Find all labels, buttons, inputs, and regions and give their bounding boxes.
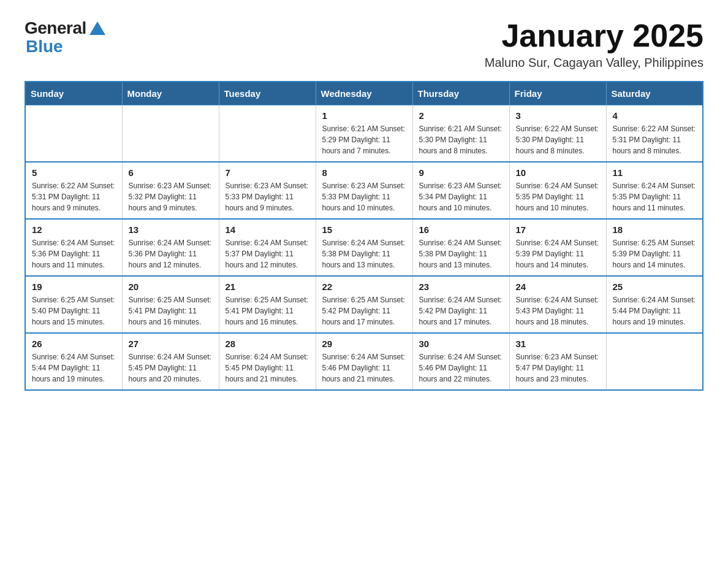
calendar-body: 1Sunrise: 6:21 AM Sunset: 5:29 PM Daylig… [25,105,703,391]
calendar-cell: 31Sunrise: 6:23 AM Sunset: 5:47 PM Dayli… [509,333,606,390]
calendar-week-row: 19Sunrise: 6:25 AM Sunset: 5:40 PM Dayli… [25,276,703,333]
calendar-cell: 25Sunrise: 6:24 AM Sunset: 5:44 PM Dayli… [606,276,703,333]
calendar-week-row: 26Sunrise: 6:24 AM Sunset: 5:44 PM Dayli… [25,333,703,390]
calendar-cell: 18Sunrise: 6:25 AM Sunset: 5:39 PM Dayli… [606,219,703,276]
calendar-cell: 5Sunrise: 6:22 AM Sunset: 5:31 PM Daylig… [25,162,122,219]
day-number: 18 [613,224,697,235]
day-number: 24 [516,282,600,292]
day-info: Sunrise: 6:24 AM Sunset: 5:38 PM Dayligh… [419,237,503,270]
day-info: Sunrise: 6:24 AM Sunset: 5:39 PM Dayligh… [516,237,600,270]
calendar-table: SundayMondayTuesdayWednesdayThursdayFrid… [25,81,703,391]
main-title: January 2025 [485,18,703,53]
day-number: 1 [322,110,406,121]
day-info: Sunrise: 6:23 AM Sunset: 5:33 PM Dayligh… [226,180,309,213]
day-number: 11 [613,167,697,178]
day-info: Sunrise: 6:23 AM Sunset: 5:32 PM Dayligh… [129,180,213,213]
day-info: Sunrise: 6:24 AM Sunset: 5:35 PM Dayligh… [516,180,600,213]
day-number: 22 [322,282,406,292]
calendar-cell: 17Sunrise: 6:24 AM Sunset: 5:39 PM Dayli… [509,219,606,276]
calendar-cell: 13Sunrise: 6:24 AM Sunset: 5:36 PM Dayli… [122,219,219,276]
day-info: Sunrise: 6:24 AM Sunset: 5:37 PM Dayligh… [226,237,309,270]
calendar-cell: 6Sunrise: 6:23 AM Sunset: 5:32 PM Daylig… [122,162,219,219]
logo-blue-text: Blue [26,38,107,55]
calendar-cell: 12Sunrise: 6:24 AM Sunset: 5:36 PM Dayli… [25,219,122,276]
day-number: 3 [516,110,600,121]
day-number: 21 [226,282,309,292]
day-number: 9 [419,167,503,178]
day-of-week-header: Monday [122,82,219,105]
day-number: 16 [419,224,503,235]
logo-triangle-icon [89,21,105,37]
day-of-week-header: Thursday [412,82,509,105]
calendar-week-row: 5Sunrise: 6:22 AM Sunset: 5:31 PM Daylig… [25,162,703,219]
calendar-cell: 28Sunrise: 6:24 AM Sunset: 5:45 PM Dayli… [219,333,316,390]
subtitle: Maluno Sur, Cagayan Valley, Philippines [485,56,703,70]
calendar-cell [122,105,219,163]
logo: General Blue [25,18,107,55]
day-number: 15 [322,224,406,235]
day-number: 12 [32,224,116,235]
calendar-cell: 24Sunrise: 6:24 AM Sunset: 5:43 PM Dayli… [509,276,606,333]
day-info: Sunrise: 6:25 AM Sunset: 5:41 PM Dayligh… [129,294,213,327]
calendar-cell: 23Sunrise: 6:24 AM Sunset: 5:42 PM Dayli… [412,276,509,333]
day-info: Sunrise: 6:24 AM Sunset: 5:46 PM Dayligh… [322,351,406,385]
day-number: 28 [226,339,309,349]
calendar-week-row: 1Sunrise: 6:21 AM Sunset: 5:29 PM Daylig… [25,105,703,163]
calendar-cell: 2Sunrise: 6:21 AM Sunset: 5:30 PM Daylig… [412,105,509,163]
day-number: 23 [419,282,503,292]
day-number: 6 [129,167,213,178]
day-of-week-header: Friday [509,82,606,105]
calendar-cell: 19Sunrise: 6:25 AM Sunset: 5:40 PM Dayli… [25,276,122,333]
calendar-cell: 10Sunrise: 6:24 AM Sunset: 5:35 PM Dayli… [509,162,606,219]
day-info: Sunrise: 6:24 AM Sunset: 5:46 PM Dayligh… [419,351,503,385]
day-number: 20 [129,282,213,292]
calendar-cell: 1Sunrise: 6:21 AM Sunset: 5:29 PM Daylig… [316,105,412,163]
day-info: Sunrise: 6:24 AM Sunset: 5:35 PM Dayligh… [613,180,697,213]
day-number: 13 [129,224,213,235]
day-info: Sunrise: 6:25 AM Sunset: 5:41 PM Dayligh… [226,294,309,327]
title-block: January 2025 Maluno Sur, Cagayan Valley,… [485,18,703,70]
calendar-cell: 4Sunrise: 6:22 AM Sunset: 5:31 PM Daylig… [606,105,703,163]
day-info: Sunrise: 6:24 AM Sunset: 5:42 PM Dayligh… [419,294,503,327]
day-of-week-header: Wednesday [316,82,412,105]
day-number: 14 [226,224,309,235]
header: General Blue January 2025 Maluno Sur, Ca… [25,18,703,70]
day-info: Sunrise: 6:24 AM Sunset: 5:36 PM Dayligh… [32,237,116,270]
calendar-week-row: 12Sunrise: 6:24 AM Sunset: 5:36 PM Dayli… [25,219,703,276]
calendar-cell: 20Sunrise: 6:25 AM Sunset: 5:41 PM Dayli… [122,276,219,333]
calendar-cell: 3Sunrise: 6:22 AM Sunset: 5:30 PM Daylig… [509,105,606,163]
day-number: 29 [322,339,406,349]
calendar-cell: 21Sunrise: 6:25 AM Sunset: 5:41 PM Dayli… [219,276,316,333]
logo-general-text: General [25,18,86,38]
calendar-cell: 27Sunrise: 6:24 AM Sunset: 5:45 PM Dayli… [122,333,219,390]
day-number: 26 [32,339,116,349]
calendar-cell: 7Sunrise: 6:23 AM Sunset: 5:33 PM Daylig… [219,162,316,219]
day-info: Sunrise: 6:24 AM Sunset: 5:44 PM Dayligh… [32,351,116,385]
day-info: Sunrise: 6:22 AM Sunset: 5:31 PM Dayligh… [32,180,116,213]
day-info: Sunrise: 6:24 AM Sunset: 5:44 PM Dayligh… [613,294,697,327]
day-info: Sunrise: 6:21 AM Sunset: 5:29 PM Dayligh… [322,123,406,156]
day-number: 4 [613,110,697,121]
day-of-week-header: Saturday [606,82,703,105]
day-info: Sunrise: 6:22 AM Sunset: 5:30 PM Dayligh… [516,123,600,156]
calendar-header: SundayMondayTuesdayWednesdayThursdayFrid… [25,82,703,105]
day-info: Sunrise: 6:24 AM Sunset: 5:45 PM Dayligh… [226,351,309,385]
day-info: Sunrise: 6:25 AM Sunset: 5:40 PM Dayligh… [32,294,116,327]
calendar-cell: 9Sunrise: 6:23 AM Sunset: 5:34 PM Daylig… [412,162,509,219]
calendar-cell: 11Sunrise: 6:24 AM Sunset: 5:35 PM Dayli… [606,162,703,219]
calendar-cell [606,333,703,390]
calendar-cell: 30Sunrise: 6:24 AM Sunset: 5:46 PM Dayli… [412,333,509,390]
day-info: Sunrise: 6:24 AM Sunset: 5:43 PM Dayligh… [516,294,600,327]
day-info: Sunrise: 6:23 AM Sunset: 5:34 PM Dayligh… [419,180,503,213]
day-of-week-header: Sunday [25,82,122,105]
day-number: 10 [516,167,600,178]
day-number: 25 [613,282,697,292]
calendar-cell: 22Sunrise: 6:25 AM Sunset: 5:42 PM Dayli… [316,276,412,333]
calendar-cell [219,105,316,163]
day-of-week-header: Tuesday [219,82,316,105]
day-info: Sunrise: 6:25 AM Sunset: 5:39 PM Dayligh… [613,237,697,270]
day-info: Sunrise: 6:21 AM Sunset: 5:30 PM Dayligh… [419,123,503,156]
calendar-cell: 16Sunrise: 6:24 AM Sunset: 5:38 PM Dayli… [412,219,509,276]
day-info: Sunrise: 6:22 AM Sunset: 5:31 PM Dayligh… [613,123,697,156]
day-number: 2 [419,110,503,121]
